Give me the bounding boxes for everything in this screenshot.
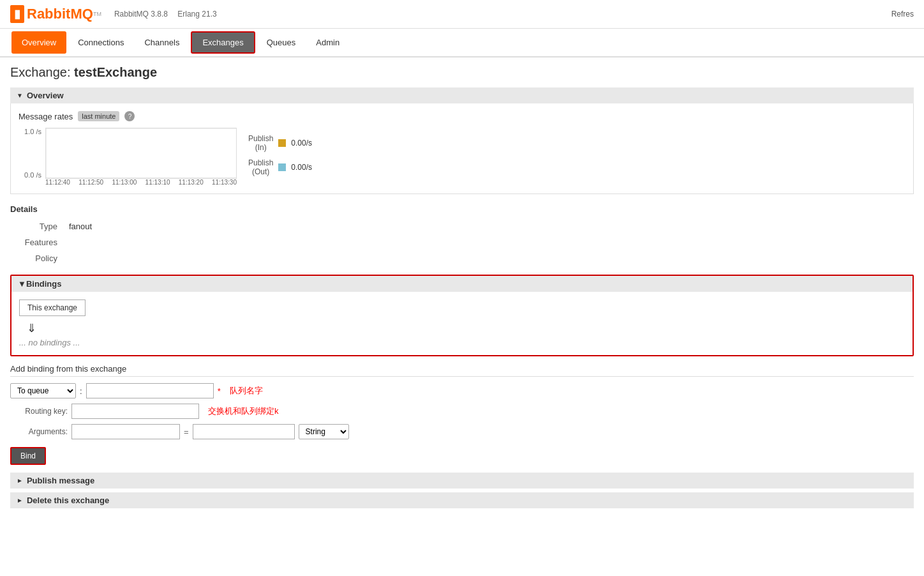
x-label-5: 11:13:30 — [212, 179, 237, 186]
nav-exchanges[interactable]: Exchanges — [191, 31, 255, 54]
x-label-3: 11:13:10 — [145, 179, 170, 186]
no-bindings-label: ... no bindings ... — [19, 338, 905, 347]
x-label-1: 11:12:50 — [78, 179, 103, 186]
y-bottom: 0.0 /s — [19, 171, 41, 179]
publish-message-header[interactable]: ► Publish message — [10, 473, 914, 489]
details-section: Details Type fanout Features Policy — [10, 202, 914, 267]
version-erlang: Erlang 21.3 — [177, 10, 216, 19]
overview-section-header[interactable]: ▼ Overview — [10, 87, 914, 103]
details-policy-value — [64, 251, 913, 266]
this-exchange-box: This exchange — [19, 299, 86, 316]
version-info: RabbitMQ 3.8.8 Erlang 21.3 — [114, 10, 225, 19]
publish-message-section: ► Publish message — [10, 473, 914, 489]
msg-rates-label: Message rates — [19, 112, 73, 121]
dest-annotation: 队列名字 — [230, 385, 263, 397]
publish-message-arrow-icon: ► — [17, 477, 23, 484]
details-row-policy: Policy — [11, 251, 913, 266]
overview-section-body: Message rates last minute ? 1.0 /s 0.0 /… — [10, 103, 914, 194]
x-label-2: 11:13:00 — [112, 179, 137, 186]
refresh-button[interactable]: Refres — [891, 10, 914, 19]
add-binding-title: Add binding from this exchange — [10, 364, 914, 377]
bindings-section: ▼ Bindings This exchange ⇓ ... no bindin… — [10, 275, 914, 356]
last-minute-badge: last minute — [78, 111, 119, 121]
arguments-key-input[interactable] — [71, 424, 180, 439]
add-binding-section: Add binding from this exchange To queue … — [10, 364, 914, 465]
publish-out-value: 0.00/s — [291, 163, 312, 172]
delete-exchange-arrow-icon: ► — [17, 497, 23, 504]
logo-text: RabbitMQ — [27, 6, 93, 22]
page-content: Exchange: testExchange ▼ Overview Messag… — [0, 57, 924, 520]
routing-key-row: Routing key: 交换机和队列绑定k — [10, 404, 914, 419]
destination-row: To queue To exchange : * 队列名字 — [10, 383, 914, 398]
publish-in-label: Publish(In) — [248, 134, 273, 152]
version-rabbitmq: RabbitMQ 3.8.8 — [114, 10, 168, 19]
arguments-type-select[interactable]: String Number Boolean — [299, 424, 349, 439]
details-type-value: fanout — [64, 219, 913, 234]
details-features-key: Features — [11, 235, 63, 250]
page-title-name: testExchange — [74, 65, 157, 79]
nav-overview[interactable]: Overview — [11, 31, 66, 54]
destination-select[interactable]: To queue To exchange — [10, 383, 76, 398]
details-table: Type fanout Features Policy — [10, 218, 914, 267]
details-row-features: Features — [11, 235, 913, 250]
routing-key-input[interactable] — [71, 404, 199, 419]
bindings-label: Bindings — [26, 279, 62, 289]
nav-admin[interactable]: Admin — [306, 29, 350, 56]
arguments-label: Arguments: — [10, 427, 68, 436]
publish-message-label: Publish message — [27, 476, 94, 485]
delete-exchange-section: ► Delete this exchange — [10, 492, 914, 508]
svg-rect-0 — [46, 128, 237, 179]
publish-out-color-box — [278, 163, 286, 171]
logo-icon: ▮ — [10, 5, 24, 23]
header: ▮ RabbitMQ TM RabbitMQ 3.8.8 Erlang 21.3… — [0, 0, 924, 29]
overview-section: ▼ Overview Message rates last minute ? 1… — [10, 87, 914, 194]
nav-connections[interactable]: Connections — [68, 29, 134, 56]
chart-area: 1.0 /s 0.0 /s 11:12:40 11:12:50 11:13 — [19, 128, 905, 186]
publish-in-color-box — [278, 139, 286, 147]
publish-out-label: Publish(Out) — [248, 158, 273, 176]
details-section-label: Details — [10, 202, 914, 218]
chart-legend: Publish(In) 0.00/s Publish(Out) 0.00/s — [248, 128, 312, 176]
bindings-body: This exchange ⇓ ... no bindings ... — [11, 292, 913, 355]
help-icon[interactable]: ? — [124, 111, 135, 121]
page-title-prefix: Exchange: — [10, 65, 74, 79]
legend-publish-out: Publish(Out) 0.00/s — [248, 158, 312, 176]
publish-in-value: 0.00/s — [291, 139, 312, 148]
x-label-0: 11:12:40 — [45, 179, 70, 186]
arguments-value-input[interactable] — [193, 424, 295, 439]
bindings-header[interactable]: ▼ Bindings — [11, 276, 913, 292]
overview-section-label: Overview — [27, 91, 64, 100]
nav-bar: Overview Connections Channels Exchanges … — [0, 29, 924, 57]
chart-container: 1.0 /s 0.0 /s 11:12:40 11:12:50 11:13 — [19, 128, 235, 186]
page-title: Exchange: testExchange — [10, 65, 914, 80]
details-row-type: Type fanout — [11, 219, 913, 234]
chart-x-labels: 11:12:40 11:12:50 11:13:00 11:13:10 11:1… — [45, 179, 237, 186]
msg-rates-header: Message rates last minute ? — [19, 111, 905, 121]
bind-button[interactable]: Bind — [10, 447, 46, 465]
nav-queues[interactable]: Queues — [257, 29, 306, 56]
y-top: 1.0 /s — [19, 128, 41, 135]
delete-exchange-header[interactable]: ► Delete this exchange — [10, 492, 914, 508]
chart-y-labels: 1.0 /s 0.0 /s — [19, 128, 44, 179]
details-type-key: Type — [11, 219, 63, 234]
destination-input[interactable] — [86, 383, 214, 398]
routing-annotation: 交换机和队列绑定k — [208, 405, 279, 417]
chart-svg-wrapper — [45, 128, 235, 179]
arguments-row: Arguments: = String Number Boolean — [10, 424, 914, 439]
equals-sign: = — [184, 427, 189, 437]
bindings-arrow-icon: ▼ — [18, 279, 26, 289]
destination-colon: : — [80, 386, 82, 396]
chart-svg — [45, 128, 237, 179]
details-features-value — [64, 235, 913, 250]
logo: ▮ RabbitMQ TM — [10, 5, 101, 23]
x-label-4: 11:13:20 — [179, 179, 204, 186]
overview-arrow-icon: ▼ — [17, 92, 23, 99]
logo-tm: TM — [93, 11, 101, 17]
details-policy-key: Policy — [11, 251, 63, 266]
down-arrow-icon: ⇓ — [27, 321, 905, 335]
legend-publish-in: Publish(In) 0.00/s — [248, 134, 312, 152]
required-star: * — [218, 386, 221, 396]
delete-exchange-label: Delete this exchange — [27, 496, 109, 505]
routing-key-label: Routing key: — [10, 407, 68, 416]
nav-channels[interactable]: Channels — [134, 29, 190, 56]
